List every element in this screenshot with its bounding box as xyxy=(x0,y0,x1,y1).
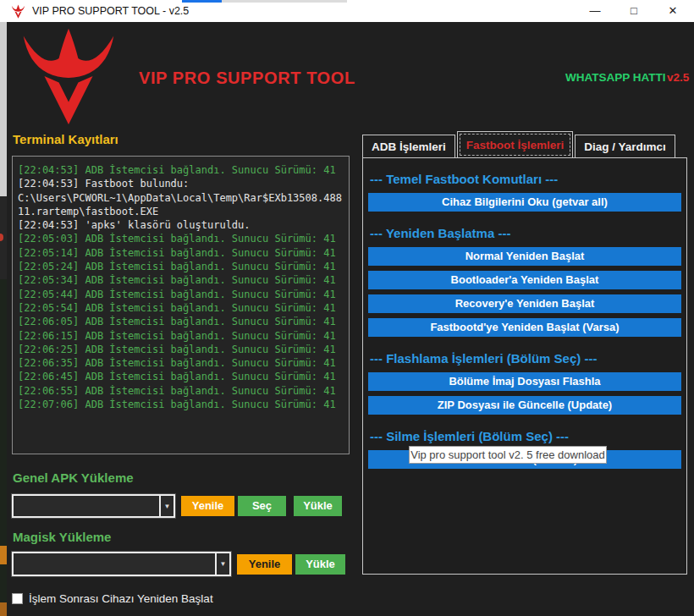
log-line: [22:06:15] ADB İstemcisi bağlandı. Sunuc… xyxy=(18,329,344,343)
tab-adb[interactable]: ADB İşlemleri xyxy=(362,135,455,158)
window-title: VIP PRO SUPPORT TOOL - v2.5 xyxy=(32,0,189,22)
log-line: [22:04:53] ADB İstemcisi bağlandı. Sunuc… xyxy=(18,163,344,177)
close-button[interactable]: ✕ xyxy=(653,0,692,22)
apk-section-label: Genel APK Yükleme xyxy=(13,470,134,485)
reboot-after-checkbox[interactable] xyxy=(12,593,23,604)
magisk-refresh-button[interactable]: Yenile xyxy=(237,554,292,575)
log-line: [22:06:25] ADB İstemcisi bağlandı. Sunuc… xyxy=(18,343,344,356)
terminal-log[interactable]: [22:04:53] ADB İstemcisi bağlandı. Sunuc… xyxy=(12,156,350,454)
apk-refresh-button[interactable]: Yenile xyxy=(181,496,234,516)
log-line: [22:05:14] ADB İstemcisi bağlandı. Sunuc… xyxy=(18,246,344,260)
tab-fastboot[interactable]: Fastboot İşlemleri xyxy=(457,131,574,158)
background-peek xyxy=(0,602,7,616)
apk-select-value xyxy=(14,496,159,516)
fastboot-panel: --- Temel Fastboot Komutları ---Cihaz Bi… xyxy=(362,157,687,575)
title-bar: VIP PRO SUPPORT TOOL - v2.5 —□✕ xyxy=(0,0,694,22)
log-line: [22:06:05] ADB İstemcisi bağlandı. Sunuc… xyxy=(18,315,344,328)
log-line: [22:04:53] 'apks' klasörü oluşturuldu. xyxy=(18,218,344,232)
reboot-bootloader-button[interactable]: Bootloader'a Yeniden Başlat xyxy=(368,271,681,289)
log-line: [22:06:45] ADB İstemcisi bağlandı. Sunuc… xyxy=(18,370,344,383)
section-heading: --- Silme İşlemleri (Bölüm Seç) --- xyxy=(370,429,680,443)
section-heading: --- Flashlama İşlemleri (Bölüm Seç) --- xyxy=(370,351,680,366)
log-line: [22:06:35] ADB İstemcisi bağlandı. Sunuc… xyxy=(18,356,344,370)
reboot-after-row: İşlem Sonrası Cihazı Yeniden Başlat xyxy=(12,592,213,605)
minimize-button[interactable]: — xyxy=(576,0,614,22)
log-line: [22:05:34] ADB İstemcisi bağlandı. Sunuc… xyxy=(18,273,344,287)
reboot-fastbootd-button[interactable]: Fastbootd'ye Yeniden Başlat (Varsa) xyxy=(368,318,681,337)
flash-image-button[interactable]: Bölüme İmaj Dosyası Flashla xyxy=(368,372,681,391)
background-peek xyxy=(0,564,7,602)
background-peek xyxy=(0,279,7,546)
log-line: [22:05:24] ADB İstemcisi bağlandı. Sunuc… xyxy=(18,260,344,273)
log-line: [22:05:54] ADB İstemcisi bağlandı. Sunuc… xyxy=(18,301,344,315)
tab-bar: ADB İşlemleriFastboot İşlemleriDiag / Ya… xyxy=(362,132,675,158)
background-tab-strip xyxy=(222,0,347,3)
chevron-down-icon[interactable]: ▼ xyxy=(159,496,174,516)
log-line: [22:06:55] ADB İstemcisi bağlandı. Sunuc… xyxy=(18,384,344,398)
window-controls: —□✕ xyxy=(576,0,692,22)
page-title: VIP PRO SUPPORT TOOL xyxy=(139,69,355,88)
background-tab-accent xyxy=(182,0,222,3)
section-heading: --- Temel Fastboot Komutları --- xyxy=(370,172,680,186)
version-badge: v2.5 xyxy=(667,71,689,84)
apk-select[interactable]: ▼ xyxy=(12,494,175,518)
magisk-section-label: Magisk Yükleme xyxy=(13,530,111,544)
log-line: C:\Users\PCWORL~1\AppData\Local\Temp\Rar… xyxy=(18,191,344,219)
tab-diag[interactable]: Diag / Yardımcı xyxy=(575,135,675,158)
background-peek xyxy=(0,22,7,196)
read-device-info-button[interactable]: Cihaz Bilgilerini Oku (getvar all) xyxy=(368,193,681,212)
terminal-log-label: Terminal Kayıtları xyxy=(13,132,118,146)
background-peek xyxy=(0,546,7,564)
reboot-after-label: İşlem Sonrası Cihazı Yeniden Başlat xyxy=(29,592,213,605)
magisk-select-value xyxy=(14,553,215,575)
app-logo-icon xyxy=(11,4,25,19)
zip-update-button[interactable]: ZIP Dosyası ile Güncelle (Update) xyxy=(368,396,681,415)
apk-choose-button[interactable]: Seç xyxy=(238,496,286,516)
section-heading: --- Yeniden Başlatma --- xyxy=(370,226,680,240)
log-line: [22:05:03] ADB İstemcisi bağlandı. Sunuc… xyxy=(18,232,344,245)
reboot-recovery-button[interactable]: Recovery'e Yeniden Başlat xyxy=(368,294,681,313)
brand-logo xyxy=(19,25,118,127)
log-line: [22:05:44] ADB İstemcisi bağlandı. Sunuc… xyxy=(18,288,344,301)
log-line: [22:04:53] Fastboot bulundu: xyxy=(18,177,344,190)
apk-install-button[interactable]: Yükle xyxy=(294,496,342,516)
magisk-install-button[interactable]: Yükle xyxy=(295,554,345,575)
app-window: VIP PRO SUPPORT TOOL - v2.5 —□✕ VIP PRO … xyxy=(0,0,694,616)
chevron-down-icon[interactable]: ▼ xyxy=(215,553,229,575)
log-line: [22:07:06] ADB İstemcisi bağlandı. Sunuc… xyxy=(18,398,344,411)
maximize-button[interactable]: □ xyxy=(614,0,653,22)
tooltip: Vip pro support tool v2. 5 free download xyxy=(409,446,607,464)
reboot-normal-button[interactable]: Normal Yeniden Başlat xyxy=(368,247,681,266)
whatsapp-link[interactable]: WHATSAPP HATTI xyxy=(565,71,666,84)
magisk-select[interactable]: ▼ xyxy=(12,552,231,576)
